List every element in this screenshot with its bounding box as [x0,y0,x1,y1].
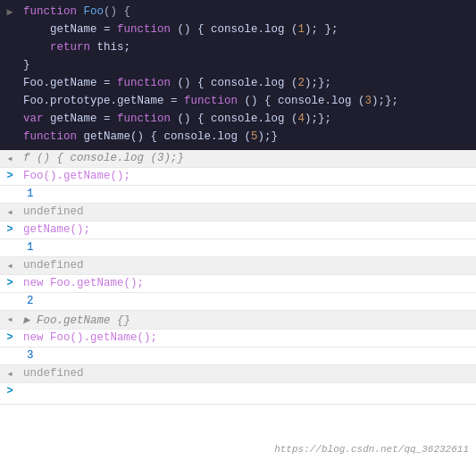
output-line-2: 1 [0,239,476,257]
gutter-input-4: > [0,330,20,344]
gutter-3 [0,40,20,41]
output-line-1: 1 [0,186,476,204]
gutter-7 [0,112,20,113]
undefined-line-1: ◂ undefined [0,204,476,222]
keyword-var: var [23,113,44,125]
fn-name-foo: Foo [84,5,104,18]
code-content-5: Foo.getName = function () { console.log … [20,76,476,90]
paren-1: () { [104,5,130,18]
input-content-4: new Foo().getName(); [20,330,476,345]
input-line-4[interactable]: > new Foo().getName(); [0,330,476,347]
output-content-4: 3 [20,348,476,363]
keyword-return: return [50,41,90,54]
code-content-6: Foo.prototype.getName = function () { co… [20,94,476,108]
code-line-8: function getName() { console.log (5);} [0,129,476,146]
input-line-2[interactable]: > getName(); [0,222,476,239]
keyword-function-5: function [117,113,171,125]
gutter-output-3 [0,294,20,295]
code-content-1: function Foo() { [20,4,476,19]
input-content-1: Foo().getName(); [20,169,476,183]
gutter-output-2 [0,240,20,241]
keyword-function-6: function [23,130,77,143]
gutter-undef-2: ◂ [0,258,20,272]
num-2: 2 [298,77,305,89]
return-line-2: ◂ ▶ Foo.getName {} [0,311,476,330]
gutter-return-1: ◂ [0,151,20,165]
keyword-function-4: function [184,95,238,107]
gutter-6 [0,94,20,95]
gutter-input-3: > [0,276,20,289]
keyword-function-2: function [117,23,171,36]
console-container: ▶ function Foo() { getName = function ()… [0,0,476,460]
return-line-1: ◂ f () { console.log (3);} [0,150,476,168]
input-content-2: getName(); [20,222,476,237]
gutter-input-2: > [0,222,20,236]
num-4: 4 [298,113,305,125]
undefined-line-2: ◂ undefined [0,257,476,275]
code-content-4: } [20,58,476,72]
code-content-3: return this; [20,40,476,54]
output-content-1: 1 [20,187,476,201]
gutter-8 [0,130,20,130]
gutter-last: > [0,384,20,397]
code-line-7: var getName = function () { console.log … [0,111,476,129]
code-line-2: getName = function () { console.log (1);… [0,21,476,39]
gutter-undef-1: ◂ [0,205,20,219]
num-3: 3 [365,95,372,107]
gutter-return-2: ◂ [0,312,20,326]
code-content-2: getName = function () { console.log (1);… [20,22,476,37]
undef-content-3: undefined [20,366,476,381]
last-input-line[interactable]: > [0,383,476,405]
input-line-3[interactable]: > new Foo.getName(); [0,275,476,293]
num-5: 5 [251,130,258,143]
gutter-output-4 [0,348,20,349]
output-content-2: 1 [20,240,476,255]
code-content-8: function getName() { console.log (5);} [20,130,476,144]
undef-content-1: undefined [20,205,476,219]
input-content-3: new Foo.getName(); [20,276,476,290]
gutter-1: ▶ [0,4,20,19]
last-input-content[interactable] [20,384,476,386]
code-line-1: ▶ function Foo() { [0,4,476,21]
code-content-7: var getName = function () { console.log … [20,112,476,126]
gutter-2 [0,22,20,23]
output-line-3: 2 [0,293,476,311]
undef-content-2: undefined [20,258,476,272]
watermark: https://blog.csdn.net/qq_36232611 [274,444,469,455]
code-line-4: } [0,57,476,75]
return-content-1: f () { console.log (3);} [20,151,476,165]
gutter-5 [0,76,20,77]
return-content-2: ▶ Foo.getName {} [20,312,476,328]
keyword-function-3: function [117,77,171,89]
gutter-output-1 [0,187,20,188]
output-line-4: 3 [0,347,476,365]
keyword-function: function [23,5,77,18]
code-line-6: Foo.prototype.getName = function () { co… [0,93,476,111]
gutter-undef-3: ◂ [0,366,20,381]
code-block: ▶ function Foo() { getName = function ()… [0,0,476,150]
output-content-3: 2 [20,294,476,308]
code-line-5: Foo.getName = function () { console.log … [0,75,476,93]
undefined-line-3: ◂ undefined [0,365,476,383]
gutter-4 [0,58,20,59]
gutter-input-1: > [0,169,20,182]
code-line-3: return this; [0,39,476,57]
num-1: 1 [298,23,305,36]
input-line-1[interactable]: > Foo().getName(); [0,168,476,186]
